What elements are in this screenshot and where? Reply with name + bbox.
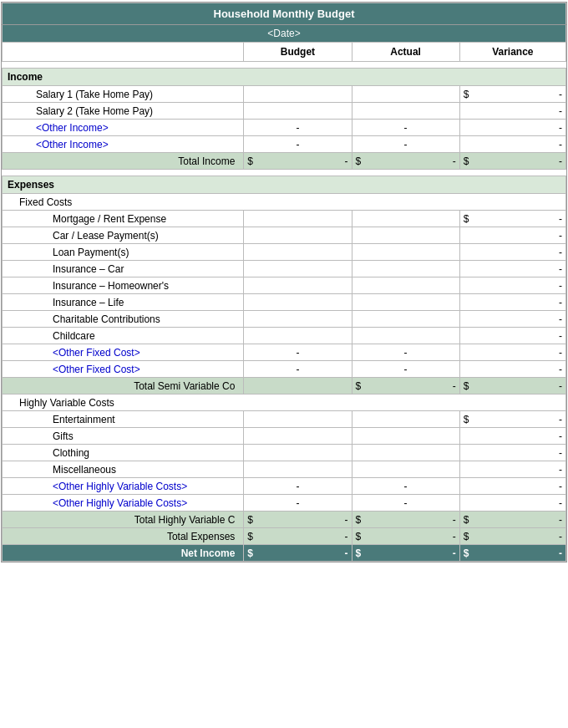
- expenses-section-label: Expenses: [3, 176, 566, 194]
- ins-life-budget-input[interactable]: [244, 294, 352, 311]
- mortgage-actual-input[interactable]: [352, 211, 459, 227]
- total-expenses-budget: $ -: [244, 528, 352, 545]
- other-fixed2-actual: -: [352, 361, 459, 378]
- charitable-budget-input[interactable]: [244, 311, 352, 328]
- ins-home-budget-input[interactable]: [244, 277, 352, 294]
- total-variable-actual: $ -: [352, 512, 459, 528]
- ins-home-variance: -: [459, 277, 565, 294]
- mortgage-budget-input[interactable]: [244, 211, 352, 227]
- total-fixed-row: Total Semi Variable Co $ - $ -: [3, 378, 566, 395]
- childcare-label: Childcare: [3, 328, 244, 344]
- net-income-actual: $ -: [352, 545, 459, 562]
- ins-car-label: Insurance – Car: [3, 261, 244, 277]
- table-row: <Other Income> - - -: [3, 120, 566, 136]
- charitable-label: Charitable Contributions: [3, 311, 244, 328]
- total-expenses-label: Total Expenses: [3, 528, 244, 545]
- gifts-variance: -: [459, 428, 565, 445]
- variance-col-header: Variance: [459, 43, 565, 62]
- other-fixed1-actual: -: [352, 344, 459, 361]
- other-fixed2-variance: -: [459, 361, 565, 378]
- total-fixed-variance: $ -: [459, 378, 565, 395]
- net-income-budget: $ -: [244, 545, 352, 562]
- gifts-actual-input[interactable]: [352, 428, 459, 445]
- total-income-label: Total Income: [3, 153, 244, 170]
- other-fixed1-label: <Other Fixed Cost>: [3, 344, 244, 361]
- carlease-actual-input[interactable]: [352, 227, 459, 244]
- spreadsheet-title: Household Monthly Budget: [3, 3, 566, 25]
- clothing-budget-input[interactable]: [244, 445, 352, 461]
- ins-home-label: Insurance – Homeowner's: [3, 277, 244, 294]
- ins-car-actual-input[interactable]: [352, 261, 459, 277]
- loan-actual-input[interactable]: [352, 244, 459, 261]
- net-income-row: Net Income $ - $ - $ -: [3, 545, 566, 562]
- spreadsheet-date: <Date>: [3, 25, 566, 43]
- other-income2-variance: -: [459, 136, 565, 153]
- ins-life-variance: -: [459, 294, 565, 311]
- table-row: Mortgage / Rent Expense $ -: [3, 211, 566, 227]
- other-var1-variance: -: [459, 478, 565, 495]
- ins-home-actual-input[interactable]: [352, 277, 459, 294]
- clothing-variance: -: [459, 445, 565, 461]
- total-income-actual: $ -: [352, 153, 459, 170]
- childcare-budget-input[interactable]: [244, 328, 352, 344]
- charitable-actual-input[interactable]: [352, 311, 459, 328]
- table-row: <Other Highly Variable Costs> - - -: [3, 495, 566, 512]
- salary2-label: Salary 2 (Take Home Pay): [3, 103, 244, 120]
- income-section-label: Income: [3, 69, 566, 86]
- other-income1-budget: -: [244, 120, 352, 136]
- label-col-header: [3, 43, 244, 62]
- entertainment-budget-input[interactable]: [244, 411, 352, 428]
- ins-life-actual-input[interactable]: [352, 294, 459, 311]
- other-fixed2-budget: -: [244, 361, 352, 378]
- salary1-variance: $ -: [459, 86, 565, 103]
- other-var2-variance: -: [459, 495, 565, 512]
- entertainment-label: Entertainment: [3, 411, 244, 428]
- table-row: <Other Fixed Cost> - - -: [3, 344, 566, 361]
- total-expenses-variance: $ -: [459, 528, 565, 545]
- table-row: Childcare -: [3, 328, 566, 344]
- table-row: Insurance – Homeowner's -: [3, 277, 566, 294]
- table-row: Loan Payment(s) -: [3, 244, 566, 261]
- salary1-budget-input[interactable]: [244, 86, 352, 103]
- total-fixed-label: Total Semi Variable Co: [3, 378, 244, 395]
- salary2-variance: -: [459, 103, 565, 120]
- gifts-budget-input[interactable]: [244, 428, 352, 445]
- other-var2-budget: -: [244, 495, 352, 512]
- entertainment-variance: $ -: [459, 411, 565, 428]
- variable-costs-label: Highly Variable Costs: [3, 395, 566, 411]
- other-fixed2-label: <Other Fixed Cost>: [3, 361, 244, 378]
- total-income-row: Total Income $ - $ - $ -: [3, 153, 566, 170]
- clothing-label: Clothing: [3, 445, 244, 461]
- table-row: Salary 1 (Take Home Pay) $ -: [3, 86, 566, 103]
- salary1-actual-input[interactable]: [352, 86, 459, 103]
- misc-variance: -: [459, 461, 565, 478]
- table-row: Gifts -: [3, 428, 566, 445]
- childcare-variance: -: [459, 328, 565, 344]
- table-row: Insurance – Life -: [3, 294, 566, 311]
- total-income-variance: $ -: [459, 153, 565, 170]
- table-row: Car / Lease Payment(s) -: [3, 227, 566, 244]
- table-row: Entertainment $ -: [3, 411, 566, 428]
- childcare-actual-input[interactable]: [352, 328, 459, 344]
- actual-col-header: Actual: [352, 43, 459, 62]
- carlease-label: Car / Lease Payment(s): [3, 227, 244, 244]
- misc-actual-input[interactable]: [352, 461, 459, 478]
- loan-budget-input[interactable]: [244, 244, 352, 261]
- other-var2-actual: -: [352, 495, 459, 512]
- entertainment-actual-input[interactable]: [352, 411, 459, 428]
- misc-budget-input[interactable]: [244, 461, 352, 478]
- loan-label: Loan Payment(s): [3, 244, 244, 261]
- variable-costs-header: Highly Variable Costs: [3, 395, 566, 411]
- other-income2-label: <Other Income>: [3, 136, 244, 153]
- total-expenses-row: Total Expenses $ - $ - $ -: [3, 528, 566, 545]
- carlease-budget-input[interactable]: [244, 227, 352, 244]
- other-income1-actual: -: [352, 120, 459, 136]
- salary2-budget-input[interactable]: [244, 103, 352, 120]
- total-variable-budget: $ -: [244, 512, 352, 528]
- salary2-actual-input[interactable]: [352, 103, 459, 120]
- ins-car-budget-input[interactable]: [244, 261, 352, 277]
- other-fixed1-variance: -: [459, 344, 565, 361]
- salary1-label: Salary 1 (Take Home Pay): [3, 86, 244, 103]
- charitable-variance: -: [459, 311, 565, 328]
- clothing-actual-input[interactable]: [352, 445, 459, 461]
